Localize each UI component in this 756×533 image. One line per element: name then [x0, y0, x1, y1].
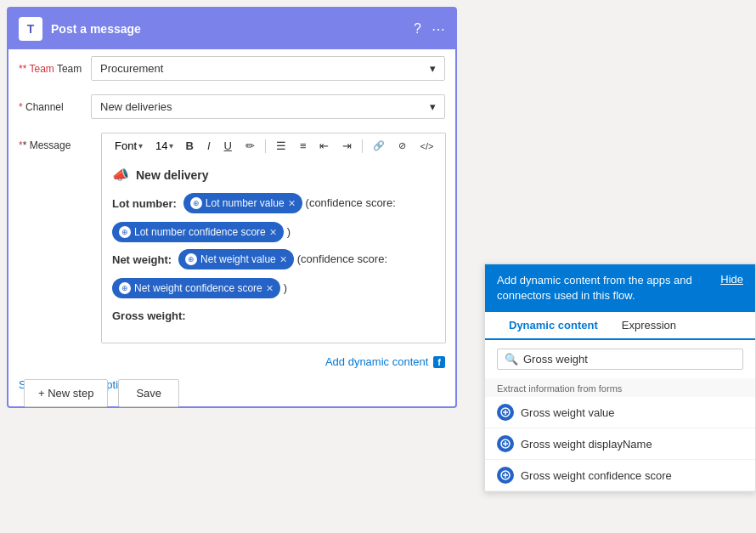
channel-dropdown[interactable]: New deliveries ▾ [91, 94, 445, 119]
item-label-0: Gross weight value [521, 406, 615, 419]
highlight-button[interactable]: ✏ [240, 137, 260, 155]
net-weight-confidence-token[interactable]: ⊕ Net weight confidence score ✕ [112, 278, 280, 298]
net-weight-confidence-token-icon: ⊕ [119, 282, 131, 294]
dynamic-content-panel: Add dynamic content from the apps and co… [484, 264, 756, 492]
ordered-list-button[interactable]: ≡ [295, 137, 312, 155]
net-weight-confidence-token-close[interactable]: ✕ [266, 283, 274, 294]
item-label-2: Gross weight confidence score [521, 469, 672, 482]
lot-number-token-close[interactable]: ✕ [288, 198, 296, 209]
message-heading: 📣 New delivery [112, 167, 435, 183]
insert-link-button[interactable]: 🔗 [368, 138, 390, 154]
dynamic-badge: f [433, 356, 445, 368]
message-editor-wrap: Font ▾ 14 ▾ B I U ✏ ☰ ≡ ⇤ ⇥ 🔗 ⊘ </> [91, 133, 456, 343]
search-input[interactable] [523, 353, 736, 366]
dynamic-section-label: Extract information from forms [485, 378, 755, 397]
font-selector[interactable]: Font ▾ [109, 137, 149, 155]
toolbar-divider-1 [265, 139, 266, 153]
lot-number-confidence-suffix: ) [287, 222, 291, 242]
toolbar-divider-2 [362, 139, 363, 153]
lot-number-label: Lot number: [112, 193, 177, 215]
bottom-actions: + New step Save [7, 366, 196, 421]
net-weight-confidence-suffix: ) [284, 278, 287, 298]
new-step-button[interactable]: + New step [24, 379, 108, 407]
lot-number-token-icon: ⊕ [190, 197, 202, 209]
font-size-selector[interactable]: 14 ▾ [152, 138, 177, 154]
save-button[interactable]: Save [118, 379, 179, 407]
net-weight-confidence-prefix: (confidence score: [297, 249, 387, 269]
search-icon: 🔍 [505, 353, 518, 366]
bold-button[interactable]: B [180, 137, 198, 155]
list-item[interactable]: Gross weight value [485, 397, 755, 428]
team-row: ** Team Team Procurement ▾ [8, 49, 455, 88]
help-icon[interactable]: ? [414, 21, 421, 37]
channel-row: * Channel New deliveries ▾ [8, 88, 455, 126]
net-weight-second-line: ⊕ Net weight confidence score ✕ ) [112, 278, 435, 298]
message-label: ** Message [19, 133, 82, 151]
lot-number-row: Lot number: ⊕ Lot number value ✕ (confid… [112, 193, 435, 242]
team-value: Procurement [100, 62, 163, 75]
editor-toolbar: Font ▾ 14 ▾ B I U ✏ ☰ ≡ ⇤ ⇥ 🔗 ⊘ </> [101, 133, 446, 158]
gross-weight-row: Gross weight: [112, 305, 435, 327]
item-label-1: Gross weight displayName [521, 438, 652, 451]
item-icon-1 [497, 435, 514, 452]
net-weight-token[interactable]: ⊕ Net weight value ✕ [178, 249, 294, 269]
list-item[interactable]: Gross weight confidence score [485, 460, 755, 491]
item-icon-2 [497, 467, 514, 484]
lot-number-confidence-token[interactable]: ⊕ Lot number confidence score ✕ [112, 222, 284, 242]
team-dropdown-arrow: ▾ [430, 62, 436, 75]
code-button[interactable]: </> [415, 139, 438, 154]
item-icon-0 [497, 404, 514, 421]
more-options-icon[interactable]: ⋯ [432, 21, 445, 37]
tab-dynamic-content[interactable]: Dynamic content [497, 312, 610, 340]
channel-dropdown-arrow: ▾ [430, 100, 436, 113]
team-dropdown-wrap: Procurement ▾ [91, 56, 445, 81]
post-message-card: T Post a message ? ⋯ ** Team Team Procur… [7, 7, 457, 408]
font-label: Font [115, 139, 137, 152]
message-row: ** Message Font ▾ 14 ▾ B I U ✏ ☰ ≡ [8, 126, 455, 350]
tab-expression[interactable]: Expression [610, 312, 688, 340]
add-dynamic-link[interactable]: Add dynamic content [325, 355, 428, 368]
unordered-list-button[interactable]: ☰ [271, 137, 291, 155]
dynamic-panel-header: Add dynamic content from the apps and co… [485, 264, 755, 312]
font-dropdown-arrow: ▾ [138, 141, 143, 150]
net-weight-token-close[interactable]: ✕ [279, 254, 287, 265]
list-item[interactable]: Gross weight displayName [485, 428, 755, 460]
card-header-icons: ? ⋯ [414, 21, 445, 37]
underline-button[interactable]: U [219, 137, 237, 155]
channel-value: New deliveries [100, 100, 172, 113]
message-content-area[interactable]: 📣 New delivery Lot number: ⊕ Lot number … [101, 158, 446, 343]
italic-button[interactable]: I [202, 137, 216, 155]
lot-number-second-line: ⊕ Lot number confidence score ✕ ) [112, 222, 435, 242]
font-size-arrow: ▾ [169, 141, 173, 150]
hide-button[interactable]: Hide [720, 273, 743, 286]
megaphone-icon: 📣 [112, 167, 129, 183]
dynamic-panel-header-text: Add dynamic content from the apps and co… [497, 273, 712, 303]
net-weight-label: Net weight: [112, 249, 172, 271]
dynamic-items-list: Gross weight value Gross weight displayN… [485, 397, 755, 491]
net-weight-token-icon: ⊕ [185, 253, 197, 265]
font-size-value: 14 [155, 139, 167, 152]
lot-number-confidence-prefix: (confidence score: [306, 193, 396, 213]
teams-logo: T [19, 17, 42, 41]
increase-indent-button[interactable]: ⇥ [337, 137, 357, 155]
channel-label: * Channel [19, 101, 82, 113]
net-weight-row: Net weight: ⊕ Net weight value ✕ (confid… [112, 249, 435, 298]
team-dropdown[interactable]: Procurement ▾ [91, 56, 445, 81]
search-box: 🔍 [497, 349, 743, 370]
lot-number-confidence-token-icon: ⊕ [119, 226, 131, 238]
team-label: ** Team Team [19, 63, 82, 75]
card-header: T Post a message ? ⋯ [8, 9, 455, 49]
lot-number-confidence-token-close[interactable]: ✕ [269, 227, 277, 238]
decrease-indent-button[interactable]: ⇤ [314, 137, 334, 155]
unlink-button[interactable]: ⊘ [393, 138, 411, 154]
card-title: Post a message [51, 22, 405, 36]
gross-weight-label: Gross weight: [112, 305, 186, 327]
lot-number-token[interactable]: ⊕ Lot number value ✕ [183, 193, 302, 213]
dynamic-tabs: Dynamic content Expression [485, 312, 755, 340]
channel-dropdown-wrap: New deliveries ▾ [91, 94, 445, 119]
